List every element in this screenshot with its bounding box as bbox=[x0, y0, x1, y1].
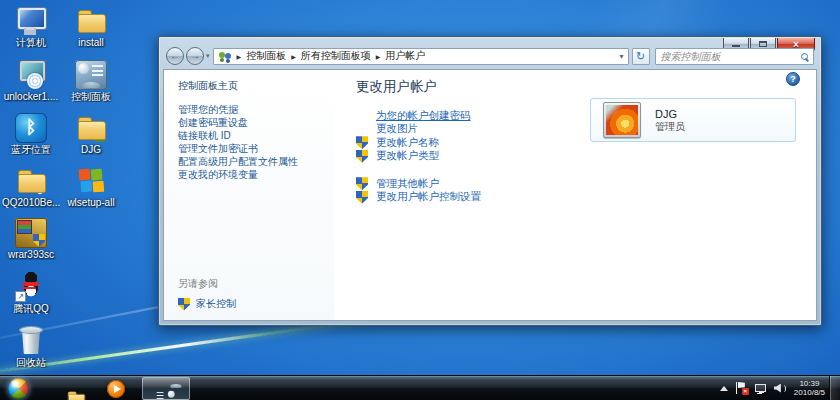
task-link[interactable]: 更改帐户类型 bbox=[376, 149, 439, 163]
recycle-bin-icon bbox=[15, 326, 47, 356]
system-tray: 10:39 2010/8/5 bbox=[720, 376, 825, 400]
navigation-bar: ← → ▾ ▶控制面板▶所有控制面板项▶用户帐户 ▾ ↻ bbox=[166, 46, 814, 66]
search-input[interactable] bbox=[661, 51, 797, 62]
task-icon-slot bbox=[356, 123, 368, 136]
volume-icon[interactable] bbox=[774, 383, 786, 394]
network-icon[interactable] bbox=[754, 383, 766, 394]
search-icon bbox=[801, 53, 808, 60]
desktop-icon-qq[interactable]: 腾讯QQ bbox=[2, 272, 60, 314]
desktop-icon-label: QQ2010Be... bbox=[2, 197, 60, 208]
account-name: DJG bbox=[655, 108, 685, 121]
desktop-icon-label: 计算机 bbox=[2, 37, 60, 48]
desktop-icon-bluetooth[interactable]: 蓝牙位置 bbox=[2, 113, 60, 155]
desktop-icon-folder-user[interactable]: DJG bbox=[62, 113, 120, 155]
uac-shield-icon bbox=[356, 136, 368, 149]
task-link[interactable]: 更改图片 bbox=[376, 122, 418, 136]
windows-icon bbox=[75, 166, 107, 196]
sidebar-link[interactable]: 链接联机 ID bbox=[178, 130, 328, 141]
main-panel: 更改用户帐户 为您的帐户创建密码更改图片更改帐户名称更改帐户类型管理其他帐户更改… bbox=[334, 70, 816, 320]
taskbar-media-player-button[interactable] bbox=[102, 378, 130, 399]
desktop-icon-folder[interactable]: install bbox=[62, 6, 120, 48]
start-button[interactable] bbox=[8, 378, 29, 399]
task-row: 管理其他帐户 bbox=[356, 177, 816, 191]
desktop-icon-label: 腾讯QQ bbox=[2, 303, 60, 314]
desktop-icon-windows[interactable]: wlsetup-all bbox=[62, 166, 120, 208]
sidebar-link[interactable]: 管理您的凭据 bbox=[178, 104, 328, 115]
folder-icon bbox=[75, 6, 107, 36]
folder-qq-icon bbox=[15, 166, 47, 196]
account-picture bbox=[606, 105, 638, 135]
breadcrumb-item[interactable]: 所有控制面板项 bbox=[301, 49, 371, 63]
breadcrumb-separator-icon: ▶ bbox=[237, 53, 242, 60]
qq-badge bbox=[16, 292, 25, 301]
qq-icon bbox=[15, 272, 47, 302]
desktop-icon-winrar[interactable]: wrar393sc bbox=[2, 218, 60, 260]
taskbar-explorer-button[interactable] bbox=[52, 378, 80, 399]
recent-pages-chevron-icon[interactable]: ▾ bbox=[206, 52, 210, 60]
user-accounts-icon bbox=[218, 50, 232, 63]
page-title: 更改用户帐户 bbox=[356, 78, 816, 96]
desktop-icon-cpl[interactable]: 控制面板 bbox=[62, 60, 120, 102]
desktop-icon-folder-qq[interactable]: QQ2010Be... bbox=[2, 166, 60, 208]
desktop-icon-recycle-bin[interactable]: 回收站 bbox=[2, 326, 60, 368]
task-link[interactable]: 更改用户帐户控制设置 bbox=[376, 190, 481, 204]
task-link[interactable]: 更改帐户名称 bbox=[376, 136, 439, 150]
sidebar-links: 管理您的凭据创建密码重设盘链接联机 ID管理文件加密证书配置高级用户配置文件属性… bbox=[178, 104, 328, 180]
desktop-icon-label: install bbox=[62, 37, 120, 48]
task-link[interactable]: 为您的帐户创建密码 bbox=[376, 109, 471, 123]
computer-icon bbox=[15, 6, 47, 36]
address-bar[interactable]: ▶控制面板▶所有控制面板项▶用户帐户 ▾ bbox=[213, 48, 629, 65]
account-picture-frame bbox=[603, 102, 641, 138]
task-icon-slot bbox=[356, 109, 368, 122]
desktop-icon-installer[interactable]: unlocker1.... bbox=[2, 60, 60, 102]
task-link[interactable]: 管理其他帐户 bbox=[376, 177, 439, 191]
sidebar: 控制面板主页 管理您的凭据创建密码重设盘链接联机 ID管理文件加密证书配置高级用… bbox=[164, 70, 334, 320]
breadcrumb: ▶控制面板▶所有控制面板项▶用户帐户 bbox=[232, 49, 426, 63]
desktop-icon-label: 控制面板 bbox=[62, 91, 120, 102]
back-button[interactable]: ← bbox=[166, 47, 184, 65]
desktop-icon-label: DJG bbox=[62, 144, 120, 155]
sidebar-link[interactable]: 创建密码重设盘 bbox=[178, 117, 328, 128]
task-group: 管理其他帐户更改用户帐户控制设置 bbox=[356, 177, 816, 204]
breadcrumb-separator-icon: ▶ bbox=[291, 53, 296, 60]
sidebar-link[interactable]: 配置高级用户配置文件属性 bbox=[178, 156, 328, 167]
desktop-icon-computer[interactable]: 计算机 bbox=[2, 6, 60, 48]
show-desktop-button[interactable] bbox=[829, 376, 840, 400]
desktop-icon-label: unlocker1.... bbox=[2, 91, 60, 102]
show-hidden-icons-icon[interactable] bbox=[720, 386, 728, 391]
sidebar-item-parental-controls[interactable]: 家长控制 bbox=[196, 297, 236, 311]
breadcrumb-item[interactable]: 控制面板 bbox=[246, 49, 286, 63]
sidebar-link[interactable]: 更改我的环境变量 bbox=[178, 169, 328, 180]
folder-user-icon bbox=[75, 113, 107, 143]
forward-button[interactable]: → bbox=[186, 47, 204, 65]
uac-shield-icon bbox=[178, 298, 190, 311]
installer-icon bbox=[15, 60, 47, 90]
search-box[interactable] bbox=[655, 48, 814, 65]
desktop: 计算机installunlocker1....控制面板蓝牙位置DJGQQ2010… bbox=[0, 0, 840, 400]
sidebar-link[interactable]: 管理文件加密证书 bbox=[178, 143, 328, 154]
media-player-icon bbox=[107, 380, 125, 398]
taskbar-clock[interactable]: 10:39 2010/8/5 bbox=[794, 379, 825, 397]
see-also-header: 另请参阅 bbox=[178, 277, 236, 291]
taskbar-control-panel-button[interactable] bbox=[142, 377, 190, 400]
refresh-button[interactable]: ↻ bbox=[632, 48, 650, 65]
account-card: DJG 管理员 bbox=[590, 98, 796, 142]
desktop-icon-label: 蓝牙位置 bbox=[2, 144, 60, 155]
see-also-section: 另请参阅 家长控制 bbox=[178, 277, 236, 311]
control-panel-globe bbox=[168, 390, 175, 397]
winrar-badge bbox=[33, 234, 45, 247]
folder-user-badge bbox=[94, 128, 106, 142]
desktop-icon-label: wrar393sc bbox=[2, 249, 60, 260]
sidebar-item-control-panel-home[interactable]: 控制面板主页 bbox=[178, 79, 328, 93]
action-center-icon[interactable] bbox=[736, 382, 746, 394]
uac-shield-icon bbox=[356, 150, 368, 163]
uac-shield-icon bbox=[356, 177, 368, 190]
clock-date: 2010/8/5 bbox=[794, 388, 825, 397]
help-button[interactable]: ? bbox=[786, 72, 800, 86]
account-role: 管理员 bbox=[655, 121, 685, 133]
desktop-icon-label: 回收站 bbox=[2, 357, 60, 368]
user-accounts-window: × ← → ▾ ▶控制面板▶所有控制面板项▶用户帐户 ▾ ↻ 控制面板主页 管理… bbox=[158, 36, 822, 326]
breadcrumb-item[interactable]: 用户帐户 bbox=[385, 49, 425, 63]
address-dropdown-icon[interactable]: ▾ bbox=[620, 52, 624, 61]
cpl-icon bbox=[75, 60, 107, 90]
